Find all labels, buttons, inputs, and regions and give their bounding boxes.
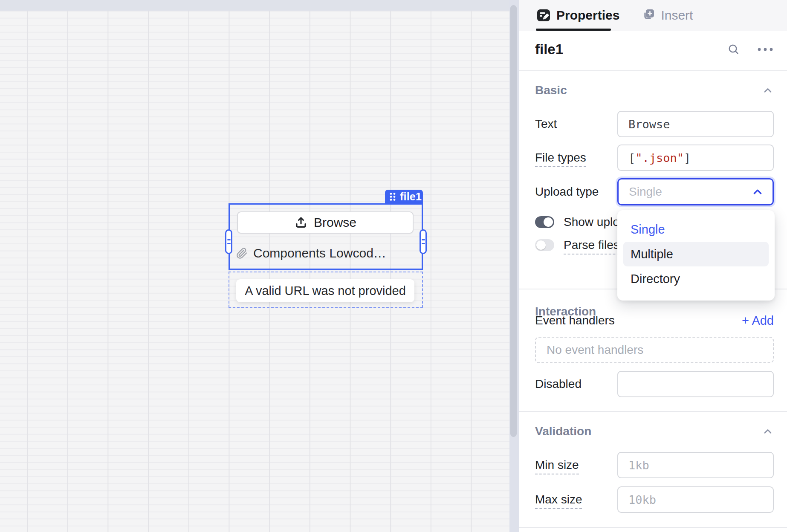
editor-canvas[interactable]: file1 Browse Components Lowcod… A val bbox=[0, 0, 509, 532]
browse-button-label: Browse bbox=[314, 215, 356, 230]
more-dots-icon[interactable] bbox=[757, 47, 774, 52]
text-label: Text bbox=[535, 117, 617, 131]
header-divider bbox=[519, 70, 787, 71]
panel-bottom-divider bbox=[519, 527, 787, 528]
upload-type-value: Single bbox=[629, 185, 751, 199]
file-upload-widget[interactable]: Browse Components Lowcod… bbox=[229, 203, 423, 270]
widget-name-tag[interactable]: file1 bbox=[385, 190, 423, 204]
drag-dots-icon bbox=[389, 192, 396, 202]
tab-insert-label: Insert bbox=[661, 8, 693, 23]
dropdown-option-directory[interactable]: Directory bbox=[623, 266, 769, 291]
parse-files-label: Parse files bbox=[564, 238, 619, 252]
active-tab-underline bbox=[536, 29, 611, 31]
row-disabled: Disabled bbox=[535, 371, 774, 397]
panel-tabbar: Properties Insert bbox=[519, 0, 787, 31]
resize-handle-right[interactable] bbox=[420, 229, 427, 254]
component-title: file1 bbox=[535, 41, 727, 58]
tab-properties-label: Properties bbox=[556, 8, 619, 23]
uploaded-file-row[interactable]: Components Lowcod… bbox=[236, 246, 386, 260]
row-upload-type: Upload type Single bbox=[535, 179, 774, 205]
file-types-label: File types bbox=[535, 151, 617, 165]
validation-error-tooltip: A valid URL was not provided bbox=[236, 279, 414, 302]
max-size-input[interactable] bbox=[617, 486, 774, 513]
paperclip-icon bbox=[236, 248, 248, 259]
panel-pencil-icon bbox=[536, 8, 551, 23]
min-size-input[interactable] bbox=[617, 452, 774, 478]
uploaded-file-name: Components Lowcod… bbox=[253, 246, 386, 260]
canvas-scrollbar-thumb[interactable] bbox=[510, 5, 517, 437]
upload-type-dropdown: Single Multiple Directory bbox=[617, 210, 775, 301]
section-divider bbox=[519, 411, 787, 412]
show-upload-toggle[interactable] bbox=[535, 216, 554, 228]
resize-handle-left[interactable] bbox=[225, 229, 232, 254]
chevron-up-icon[interactable] bbox=[762, 84, 774, 96]
widget-tag-label: file1 bbox=[400, 191, 422, 203]
tab-insert[interactable]: Insert bbox=[641, 8, 693, 23]
dropdown-option-multiple[interactable]: Multiple bbox=[623, 242, 769, 266]
chevron-up-icon bbox=[751, 185, 764, 198]
chevron-up-icon[interactable] bbox=[762, 425, 774, 437]
upload-icon bbox=[294, 216, 308, 229]
properties-panel: Properties Insert file1 bbox=[519, 0, 787, 532]
canvas-top-margin bbox=[0, 0, 509, 11]
search-icon[interactable] bbox=[727, 43, 741, 56]
text-input[interactable] bbox=[617, 111, 774, 137]
disabled-input[interactable] bbox=[617, 371, 774, 397]
event-handlers-empty: No event handlers bbox=[535, 337, 774, 363]
tab-properties[interactable]: Properties bbox=[536, 8, 619, 23]
disabled-label: Disabled bbox=[535, 377, 617, 391]
parse-files-toggle[interactable] bbox=[535, 239, 554, 251]
upload-type-label: Upload type bbox=[535, 185, 617, 199]
panel-header: file1 bbox=[535, 40, 774, 59]
dropdown-option-single[interactable]: Single bbox=[623, 217, 769, 242]
add-component-icon bbox=[641, 8, 655, 23]
app-screen: file1 Browse Components Lowcod… A val bbox=[0, 0, 787, 532]
row-min-size: Min size bbox=[535, 452, 774, 478]
upload-type-select[interactable]: Single bbox=[617, 178, 774, 205]
row-max-size: Max size bbox=[535, 486, 774, 513]
browse-button[interactable]: Browse bbox=[237, 211, 414, 234]
min-size-label: Min size bbox=[535, 458, 617, 472]
show-upload-label: Show uploa bbox=[564, 215, 626, 229]
section-basic-header: Basic bbox=[535, 83, 774, 98]
row-event-handlers: Event handlers + Add bbox=[535, 312, 774, 329]
row-file-types: File types [".json"] bbox=[535, 145, 774, 171]
widget-resize-preview: A valid URL was not provided bbox=[229, 272, 423, 308]
section-validation-title: Validation bbox=[535, 425, 762, 438]
canvas-scrollbar[interactable] bbox=[509, 0, 519, 532]
row-text: Text bbox=[535, 111, 774, 137]
file-types-input[interactable]: [".json"] bbox=[617, 145, 774, 171]
add-event-handler-link[interactable]: + Add bbox=[742, 314, 774, 328]
section-basic-title: Basic bbox=[535, 84, 762, 97]
event-handlers-label: Event handlers bbox=[535, 314, 742, 327]
section-validation-header: Validation bbox=[535, 424, 774, 439]
max-size-label: Max size bbox=[535, 493, 617, 506]
